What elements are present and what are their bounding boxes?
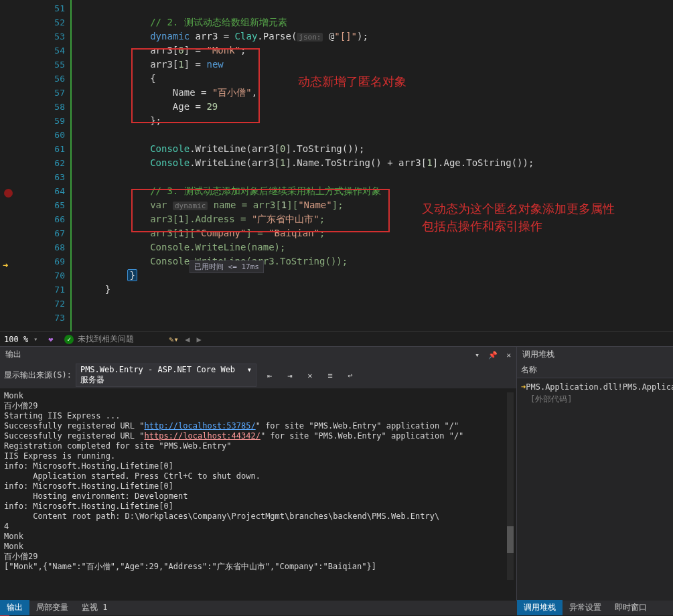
tab-监视 1[interactable]: 监视 1 xyxy=(75,600,114,615)
bottom-tab-bars: 输出局部变量监视 1 调用堆栈异常设置即时窗口 xyxy=(0,601,673,616)
code-line[interactable]: arr3[1]["Company"] = "Baiqian"; xyxy=(82,226,673,240)
tabs-left: 输出局部变量监视 1 xyxy=(0,601,517,615)
source-combo[interactable]: PMS.Web.Entry - ASP.NET Core Web 服务器▾ xyxy=(76,364,256,387)
line-number-gutter: 5152535455565758596061626364656667686970… xyxy=(33,0,70,331)
code-line[interactable] xyxy=(82,170,673,184)
code-line[interactable]: arr3[1] = new xyxy=(82,58,673,72)
exec-arrow-icon: ➜ xyxy=(3,260,12,270)
pin-icon[interactable]: 📌 xyxy=(488,351,498,360)
perf-hint: 已用时间 <= 17ms xyxy=(190,260,264,273)
code-line[interactable]: // 3. 测试动态添加对象后继续采用粘土方式操作对象 xyxy=(82,184,673,198)
line-number: 52 xyxy=(33,15,70,29)
wrap-icon[interactable]: ↩ xyxy=(344,369,357,382)
url-link[interactable]: https://localhost:44342/ xyxy=(145,431,260,441)
indent-left-icon[interactable]: ⇤ xyxy=(263,369,277,382)
code-editor[interactable]: ➜ 51525354555657585960616263646566676869… xyxy=(0,0,673,331)
clear-icon[interactable]: ✕ xyxy=(303,369,317,382)
code-line[interactable] xyxy=(82,128,673,142)
callstack-panel: 调用堆栈 名称 ➜PMS.Application.dll!PMS.Applica… xyxy=(517,347,673,601)
scrollbar[interactable] xyxy=(507,392,514,580)
code-line[interactable]: var dynamic name = arr3[1]["Name"]; xyxy=(82,198,673,212)
output-title-bar: 输出 ▾ 📌 ✕ xyxy=(0,347,516,362)
code-line[interactable]: Age = 29 xyxy=(82,100,673,114)
callstack-title-bar: 调用堆栈 xyxy=(517,347,673,362)
code-line[interactable] xyxy=(82,311,673,325)
line-number: 73 xyxy=(33,311,70,325)
code-line[interactable]: Console.WriteLine(name); xyxy=(82,240,673,254)
bottom-panels: 输出 ▾ 📌 ✕ 显示输出来源(S): PMS.Web.Entry - ASP.… xyxy=(0,346,673,601)
line-number: 69 xyxy=(33,254,70,268)
line-number: 72 xyxy=(33,297,70,311)
dropdown-icon[interactable]: ▾ xyxy=(475,351,479,360)
line-number: 64 xyxy=(33,184,70,198)
code-line[interactable]: } xyxy=(82,283,673,297)
line-number: 53 xyxy=(33,29,70,44)
output-panel: 输出 ▾ 📌 ✕ 显示输出来源(S): PMS.Web.Entry - ASP.… xyxy=(0,347,517,601)
close-icon[interactable]: ✕ xyxy=(506,351,511,360)
issues-text: 未找到相关问题 xyxy=(78,333,134,345)
code-line[interactable]: arr3[0] = "Monk"; xyxy=(82,44,673,58)
code-line[interactable]: Console.WriteLine(arr3[0].ToString()); xyxy=(82,142,673,156)
health-icon[interactable]: ❤ xyxy=(48,335,58,344)
brush-icon[interactable]: ✎▾ xyxy=(169,335,178,344)
callstack-header: 名称 xyxy=(517,362,673,378)
line-number: 54 xyxy=(33,44,70,58)
code-line[interactable]: // 2. 测试动态给数组新增元素 xyxy=(82,15,673,29)
code-line[interactable] xyxy=(82,297,673,311)
output-toolbar: 显示输出来源(S): PMS.Web.Entry - ASP.NET Core … xyxy=(0,362,516,388)
tab-调用堆栈[interactable]: 调用堆栈 xyxy=(517,600,563,615)
breakpoint-icon[interactable] xyxy=(4,189,13,198)
code-line[interactable]: } xyxy=(82,268,673,283)
scrollbar-thumb[interactable] xyxy=(507,526,514,553)
check-icon[interactable]: ✓ xyxy=(64,335,74,344)
code-line[interactable]: { xyxy=(82,72,673,86)
line-number: 60 xyxy=(33,128,70,142)
tab-即时窗口[interactable]: 即时窗口 xyxy=(608,600,654,615)
zoom-dropdown-icon[interactable]: ▾ xyxy=(33,335,38,343)
editor-status-bar: 100 % ▾ ❤ ✓ 未找到相关问题 ✎▾ ◀ ▶ xyxy=(0,331,673,346)
callstack-body[interactable]: ➜PMS.Application.dll!PMS.Application.Sys… xyxy=(517,378,673,408)
output-title: 输出 xyxy=(5,349,21,360)
tab-输出[interactable]: 输出 xyxy=(0,600,29,615)
code-line[interactable]: }; xyxy=(82,114,673,128)
callstack-row[interactable]: ➜PMS.Application.dll!PMS.Application.Sys xyxy=(521,381,669,393)
line-number: 63 xyxy=(33,170,70,184)
code-line[interactable]: Console.WriteLine(arr3.ToString()); xyxy=(82,254,673,268)
code-line[interactable]: dynamic arr3 = Clay.Parse(json: @"[]"); xyxy=(82,29,673,44)
source-label: 显示输出来源(S): xyxy=(4,370,72,381)
line-number: 68 xyxy=(33,240,70,254)
line-number: 67 xyxy=(33,226,70,240)
code-area[interactable]: // 2. 测试动态给数组新增元素 dynamic arr3 = Clay.Pa… xyxy=(70,0,673,331)
nav-right-icon[interactable]: ▶ xyxy=(196,335,201,344)
line-number: 57 xyxy=(33,86,70,100)
line-number: 71 xyxy=(33,283,70,297)
line-number: 56 xyxy=(33,72,70,86)
line-number: 51 xyxy=(33,1,70,15)
tabs-right: 调用堆栈异常设置即时窗口 xyxy=(517,601,673,615)
line-number: 58 xyxy=(33,100,70,114)
callstack-row[interactable]: [外部代码] xyxy=(521,393,669,405)
tab-局部变量[interactable]: 局部变量 xyxy=(29,600,75,615)
code-line[interactable]: Console.WriteLine(arr3[1].Name.ToString(… xyxy=(82,156,673,170)
indent-right-icon[interactable]: ⇥ xyxy=(283,369,297,382)
code-line[interactable]: arr3[1].Address = "广东省中山市"; xyxy=(82,212,673,226)
line-number: 55 xyxy=(33,58,70,72)
chevron-down-icon: ▾ xyxy=(247,365,252,386)
output-body[interactable]: Monk 百小僧29 Starting IIS Express ... Succ… xyxy=(0,388,516,601)
frame-arrow-icon: ➜ xyxy=(521,382,526,392)
callstack-title: 调用堆栈 xyxy=(522,349,554,360)
line-number: 70 xyxy=(33,268,70,283)
line-number: 59 xyxy=(33,114,70,128)
tab-异常设置[interactable]: 异常设置 xyxy=(563,600,608,615)
line-number: 66 xyxy=(33,212,70,226)
nav-left-icon[interactable]: ◀ xyxy=(185,335,190,344)
code-line[interactable] xyxy=(82,1,673,15)
url-link[interactable]: http://localhost:53785/ xyxy=(145,421,256,431)
line-number: 65 xyxy=(33,198,70,212)
code-line[interactable]: Name = "百小僧", xyxy=(82,86,673,100)
list-icon[interactable]: ≡ xyxy=(323,369,337,382)
line-number: 62 xyxy=(33,156,70,170)
zoom-level[interactable]: 100 % xyxy=(4,335,28,344)
line-number: 61 xyxy=(33,142,70,156)
marker-gutter: ➜ xyxy=(0,0,33,331)
